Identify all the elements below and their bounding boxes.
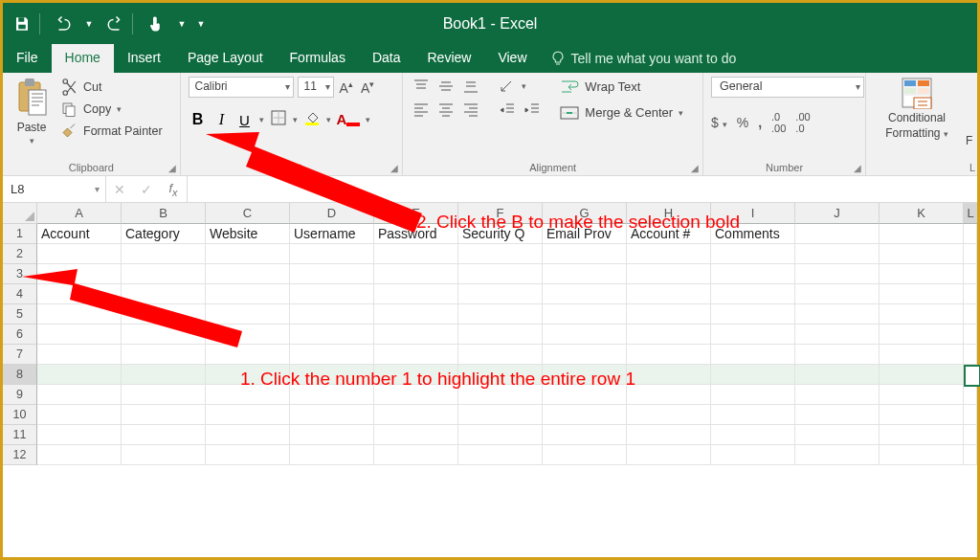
cell[interactable] [880,284,964,304]
cell[interactable] [543,284,627,304]
col-header[interactable]: I [711,203,795,224]
cell[interactable] [37,425,122,445]
decrease-indent-icon[interactable] [497,100,518,119]
cell[interactable] [374,365,458,385]
cell[interactable] [206,385,290,405]
cell[interactable] [37,385,122,405]
cell[interactable] [711,405,795,425]
cell[interactable] [627,325,711,345]
row-header[interactable]: 2 [3,244,37,264]
cell[interactable]: Password [374,224,458,244]
enter-formula-icon[interactable]: ✓ [133,182,160,197]
cell[interactable] [206,445,290,465]
cell[interactable] [543,405,627,425]
cell[interactable] [795,425,880,445]
col-header[interactable]: L [964,203,977,224]
cell[interactable] [627,304,711,325]
row-header[interactable]: 11 [3,425,37,445]
cell[interactable] [290,325,374,345]
cell[interactable] [880,244,964,264]
cell[interactable] [290,304,374,325]
tab-insert[interactable]: Insert [114,44,174,73]
cell[interactable] [37,345,122,365]
col-header[interactable]: F [458,203,543,224]
cell[interactable]: Username [290,224,374,244]
cell[interactable] [122,365,206,385]
underline-dropdown-icon[interactable]: ▾ [259,115,264,124]
cell[interactable] [711,264,795,284]
cell[interactable] [37,365,122,385]
bold-button[interactable]: B [189,111,208,128]
row-header[interactable]: 3 [3,264,37,284]
align-middle-icon[interactable] [435,77,457,96]
cell[interactable] [37,445,122,465]
alignment-dialog-launcher-icon[interactable]: ◢ [691,163,699,173]
cell[interactable] [711,244,795,264]
cell[interactable] [206,325,290,345]
col-header[interactable]: A [37,203,122,224]
cell[interactable] [374,425,458,445]
col-header[interactable]: K [880,203,964,224]
touch-dropdown-icon[interactable]: ▼ [175,11,189,37]
cell[interactable] [964,385,977,405]
col-header[interactable]: B [122,203,206,224]
cell[interactable] [795,325,880,345]
cell[interactable] [964,425,977,445]
cell[interactable] [543,365,627,385]
cell[interactable] [627,244,711,264]
cell[interactable] [795,445,880,465]
cell[interactable] [458,244,543,264]
cell[interactable] [458,264,543,284]
redo-icon[interactable] [101,11,128,37]
cell[interactable] [458,325,543,345]
cell[interactable] [122,385,206,405]
orientation-icon[interactable] [497,77,518,96]
cell[interactable] [290,425,374,445]
cell[interactable] [627,284,711,304]
cell[interactable] [374,385,458,405]
row-header[interactable]: 12 [3,445,37,465]
cell[interactable] [795,264,880,284]
cell[interactable] [711,345,795,365]
cell[interactable] [880,325,964,345]
align-right-icon[interactable] [460,100,481,119]
underline-button[interactable]: U [236,112,254,128]
save-icon[interactable] [9,11,35,37]
merge-center-button[interactable]: Merge & Center ▾ [560,102,683,123]
fill-color-button[interactable] [303,109,321,130]
cell[interactable] [290,244,374,264]
cell[interactable] [964,345,977,365]
cell[interactable] [122,325,206,345]
paste-dropdown-icon[interactable]: ▾ [30,136,34,146]
cell[interactable] [458,284,543,304]
cell[interactable] [627,365,711,385]
cell[interactable] [290,345,374,365]
cell[interactable] [458,425,543,445]
cell[interactable] [290,405,374,425]
cell[interactable] [122,304,206,325]
cell[interactable] [964,405,977,425]
tab-home[interactable]: Home [52,44,114,73]
cell[interactable] [627,445,711,465]
cell[interactable] [711,445,795,465]
cell[interactable] [964,284,977,304]
row-header[interactable]: 5 [3,304,37,325]
align-top-icon[interactable] [411,77,432,96]
cell[interactable] [880,445,964,465]
cell[interactable] [964,264,977,284]
cell[interactable] [543,425,627,445]
grow-font-icon[interactable]: A▴ [338,79,355,96]
row-header[interactable]: 8 [3,365,37,385]
col-header[interactable]: C [206,203,290,224]
format-painter-button[interactable]: Format Painter [58,121,165,141]
cell[interactable] [711,385,795,405]
cell[interactable] [374,244,458,264]
cell[interactable] [37,244,122,264]
cell[interactable] [543,345,627,365]
cell[interactable] [795,244,880,264]
cell[interactable] [795,345,880,365]
cell[interactable] [711,365,795,385]
cell[interactable] [627,405,711,425]
cell[interactable]: Security Q [458,224,543,244]
cell[interactable] [795,284,880,304]
